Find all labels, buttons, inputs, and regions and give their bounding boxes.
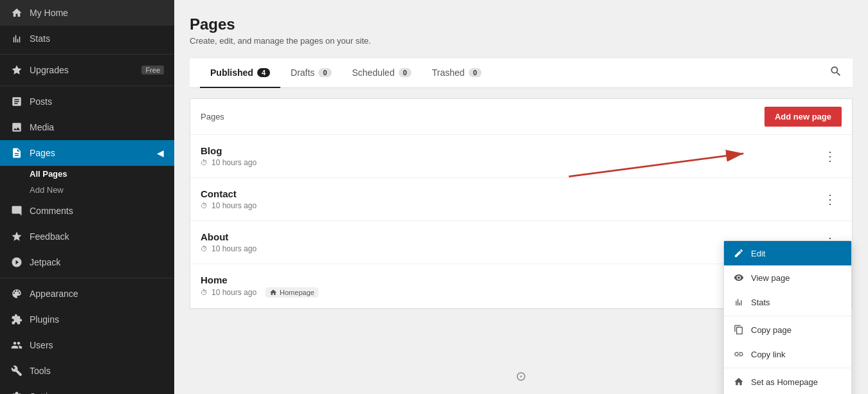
sidebar-item-my-home[interactable]: My Home — [0, 0, 174, 26]
sidebar-item-jetpack[interactable]: Jetpack — [0, 249, 174, 275]
table-row: Blog ⏱ 10 hours ago ⋮ — [190, 135, 852, 178]
table-header: Pages Add new page — [190, 99, 852, 135]
sidebar-item-tools[interactable]: Tools — [0, 358, 174, 384]
sidebar-item-plugins-label: Plugins — [30, 314, 59, 325]
sidebar-sub-all-pages[interactable]: All Pages — [0, 166, 174, 182]
sidebar-item-feedback-label: Feedback — [30, 231, 69, 242]
users-icon — [10, 339, 23, 352]
dropdown-edit-label: Edit — [751, 249, 765, 258]
add-new-page-button[interactable]: Add new page — [764, 107, 842, 127]
blog-more-button[interactable]: ⋮ — [818, 146, 842, 166]
tab-trashed-label: Trashed — [432, 67, 465, 78]
page-contact-meta: ⏱ 10 hours ago — [201, 201, 818, 210]
tab-drafts-label: Drafts — [291, 67, 314, 78]
page-home-time: 10 hours ago — [212, 288, 257, 297]
settings-icon — [10, 390, 23, 394]
table-row: Contact ⏱ 10 hours ago ⋮ — [190, 178, 852, 221]
dropdown-item-set-homepage[interactable]: Set as Homepage — [724, 370, 851, 394]
sidebar-item-settings[interactable]: Settings — [0, 384, 174, 394]
sidebar-item-jetpack-label: Jetpack — [30, 257, 60, 267]
pages-chevron: ◀ — [157, 148, 164, 158]
upgrades-icon — [10, 64, 23, 76]
sidebar-item-appearance[interactable]: Appearance — [0, 281, 174, 307]
dropdown-set-homepage-label: Set as Homepage — [751, 377, 818, 387]
wp-logo: ⊙ — [516, 368, 527, 384]
main-content-area: Pages Create, edit, and manage the pages… — [174, 0, 868, 394]
clock-icon: ⏱ — [201, 245, 208, 253]
sidebar-item-my-home-label: My Home — [30, 8, 68, 18]
dropdown-divider-2 — [724, 368, 851, 368]
copy-page-icon — [733, 324, 745, 336]
tab-drafts[interactable]: Drafts 0 — [280, 58, 341, 88]
pages-table: Pages Add new page Blog ⏱ 10 hours ago ⋮… — [190, 98, 853, 309]
pages-icon — [10, 147, 23, 159]
edit-icon — [733, 247, 745, 259]
sidebar-item-media-label: Media — [30, 122, 54, 132]
page-contact-info: Contact ⏱ 10 hours ago — [201, 188, 818, 210]
sidebar-item-users-label: Users — [30, 340, 53, 350]
clock-icon: ⏱ — [201, 159, 208, 166]
table-header-title: Pages — [201, 112, 224, 121]
page-subtitle: Create, edit, and manage the pages on yo… — [190, 36, 853, 46]
dropdown-copy-link-label: Copy link — [751, 350, 785, 359]
sidebar-item-stats[interactable]: Stats — [0, 26, 174, 51]
sidebar-item-users[interactable]: Users — [0, 332, 174, 358]
sidebar-sub-add-new[interactable]: Add New — [0, 182, 174, 198]
dropdown-view-page-label: View page — [751, 273, 790, 283]
sidebar-item-upgrades[interactable]: Upgrades Free — [0, 57, 174, 83]
sidebar-item-appearance-label: Appearance — [30, 289, 78, 299]
page-blog-meta: ⏱ 10 hours ago — [201, 158, 818, 167]
sidebar-item-feedback[interactable]: Feedback — [0, 224, 174, 249]
sidebar-item-comments[interactable]: Comments — [0, 198, 174, 224]
tab-scheduled[interactable]: Scheduled 0 — [342, 58, 422, 88]
sidebar-item-comments-label: Comments — [30, 206, 73, 216]
sidebar-item-pages-label: Pages — [30, 148, 55, 158]
page-contact-title: Contact — [201, 188, 818, 199]
posts-icon — [10, 95, 23, 108]
search-button[interactable] — [829, 65, 842, 81]
sidebar-item-posts-label: Posts — [30, 96, 52, 107]
page-blog-time: 10 hours ago — [212, 158, 257, 167]
dropdown-item-copy-page[interactable]: Copy page — [724, 318, 851, 342]
page-blog-title: Blog — [201, 145, 818, 156]
dropdown-item-view-page[interactable]: View page — [724, 265, 851, 290]
sidebar-divider-1 — [0, 54, 174, 55]
sidebar-item-stats-label: Stats — [30, 33, 50, 44]
upgrades-badge: Free — [141, 66, 164, 75]
dropdown-stats-label: Stats — [751, 298, 770, 307]
tools-icon — [10, 364, 23, 377]
clock-icon: ⏱ — [201, 202, 208, 210]
page-contact-time: 10 hours ago — [212, 201, 257, 210]
tab-published-count: 4 — [257, 68, 270, 77]
page-blog-info: Blog ⏱ 10 hours ago — [201, 145, 818, 167]
tab-trashed[interactable]: Trashed 0 — [422, 58, 492, 88]
appearance-icon — [10, 287, 23, 300]
tab-drafts-count: 0 — [318, 68, 331, 77]
sidebar-item-media[interactable]: Media — [0, 114, 174, 140]
jetpack-icon — [10, 256, 23, 269]
tab-scheduled-label: Scheduled — [352, 67, 395, 78]
tabs-bar: Published 4 Drafts 0 Scheduled 0 Trashed… — [190, 58, 853, 88]
dropdown-item-copy-link[interactable]: Copy link — [724, 342, 851, 366]
sidebar-item-posts[interactable]: Posts — [0, 89, 174, 114]
sidebar-item-plugins[interactable]: Plugins — [0, 307, 174, 332]
sidebar-item-pages[interactable]: Pages ◀ — [0, 140, 174, 166]
dropdown-divider-1 — [724, 316, 851, 316]
comments-icon — [10, 204, 23, 217]
tab-published[interactable]: Published 4 — [200, 58, 280, 88]
contact-more-button[interactable]: ⋮ — [818, 189, 842, 210]
tab-scheduled-count: 0 — [399, 68, 411, 77]
home-icon — [10, 6, 23, 19]
sidebar-item-settings-label: Settings — [30, 391, 62, 394]
main-content: Pages Create, edit, and manage the pages… — [174, 0, 868, 358]
plugins-icon — [10, 313, 23, 326]
sidebar-divider-2 — [0, 85, 174, 86]
tab-trashed-count: 0 — [469, 68, 482, 77]
dropdown-copy-page-label: Copy page — [751, 325, 791, 335]
sidebar-item-upgrades-label: Upgrades — [30, 65, 69, 75]
clock-icon: ⏱ — [201, 289, 208, 296]
dropdown-item-stats[interactable]: Stats — [724, 290, 851, 314]
stats-icon — [10, 32, 23, 45]
feedback-icon — [10, 230, 23, 243]
dropdown-item-edit[interactable]: Edit — [724, 241, 851, 265]
